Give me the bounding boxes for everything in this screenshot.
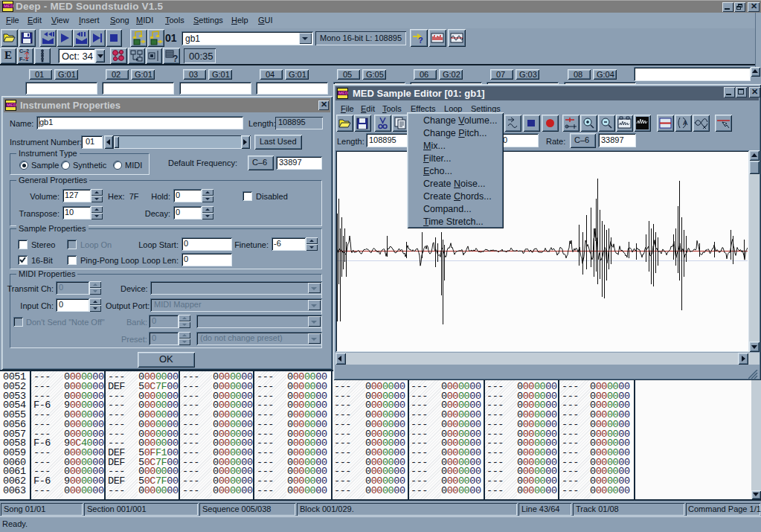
svg-text:MED: MED <box>338 91 348 95</box>
svg-text:MED: MED <box>7 103 16 107</box>
svg-text:?: ? <box>173 54 178 63</box>
svg-text:?: ? <box>418 36 423 45</box>
svg-text:MED: MED <box>4 4 13 8</box>
svg-text:A: A <box>683 119 688 126</box>
